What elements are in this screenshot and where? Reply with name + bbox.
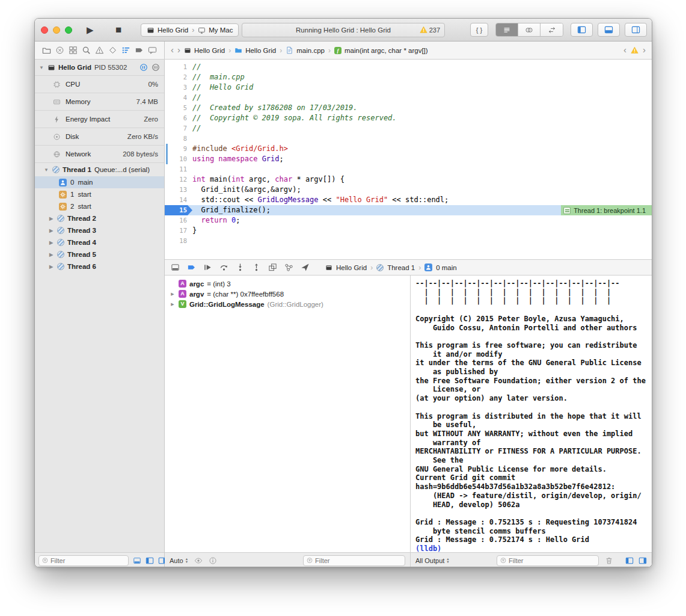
report-navigator-icon[interactable] [148,46,157,55]
variable-row[interactable]: ▶ A argv = (char **) 0x7ffeefbff568 [165,289,410,299]
issue-warning-icon[interactable] [631,46,639,54]
toggle-inspector-button[interactable] [625,23,647,37]
source-control-navigator-icon[interactable] [55,46,64,55]
thread-row[interactable]: ▶ Thread 4 [35,236,164,248]
disclosure-triangle-icon[interactable]: ▶ [48,264,54,270]
line-number-gutter[interactable]: 8 [165,134,192,144]
continue-icon[interactable] [203,263,212,272]
warning-badge[interactable]: 237 [420,26,440,34]
thread-row[interactable]: ▶ Thread 6 [35,260,164,273]
stack-frame-row[interactable]: 2 start [35,200,164,212]
queue-view-icon[interactable] [152,63,160,72]
assistant-editor-button[interactable] [518,23,541,36]
thread-row[interactable]: ▶ Thread 5 [35,248,164,260]
find-navigator-icon[interactable] [82,46,91,55]
project-navigator-icon[interactable] [42,46,51,55]
view-hierarchy-icon[interactable] [268,263,277,272]
jumpbar-crumb-group[interactable]: Hello Grid [234,46,276,54]
disclosure-triangle-icon[interactable]: ▶ [48,240,54,245]
close-button[interactable] [41,26,48,34]
console-output[interactable]: --|--|--|--|--|--|--|--|--|--|--|--|--|-… [411,276,652,552]
standard-editor-button[interactable] [496,23,518,36]
variables-view-toggle-icon[interactable] [625,556,634,565]
breakpoint-navigator-icon[interactable] [135,46,144,55]
hide-debug-area-icon[interactable] [171,263,180,272]
console-view-toggle-icon[interactable] [639,556,647,565]
pause-icon[interactable] [139,63,148,72]
previous-issue-button[interactable]: ‹ [623,45,626,54]
filter-input[interactable] [315,557,402,564]
disclosure-triangle-icon[interactable]: ▶ [170,292,176,297]
gauge-row-memory[interactable]: Memory 7.4 MB [35,93,164,111]
thread-row[interactable]: ▶ Thread 3 [35,224,164,236]
thread-row[interactable]: ▶ Thread 2 [35,212,164,224]
gauge-row-network[interactable]: Network 208 bytes/s [35,146,164,163]
line-number-gutter[interactable]: 14 [165,195,192,205]
variables-scope-popup[interactable]: Auto ▲▼ [170,557,188,564]
line-number-gutter[interactable]: 1 [165,62,192,72]
breakpoints-toggle-icon[interactable] [187,263,196,272]
jumpbar-crumb-file[interactable]: main.cpp [286,46,325,54]
breakpoint-annotation[interactable]: Thread 1: breakpoint 1.1 [561,205,652,215]
jumpbar-crumb-project[interactable]: Hello Grid [184,47,225,54]
view-by-thread-icon[interactable] [145,556,154,565]
toggle-navigator-button[interactable] [571,23,593,37]
toggle-debug-area-button[interactable] [598,23,620,37]
variables-filter-field[interactable] [303,555,405,566]
disclosure-triangle-icon[interactable]: ▼ [43,167,49,173]
line-number-gutter[interactable]: 2 [165,72,192,82]
debug-crumb-thread[interactable]: Thread 1 [387,264,415,271]
debug-crumb-frame[interactable]: 0 main [436,264,457,271]
symbol-navigator-icon[interactable] [69,46,78,55]
line-number-gutter[interactable]: 18 [165,236,192,246]
issue-navigator-icon[interactable] [95,46,104,55]
print-description-icon[interactable] [209,556,217,565]
gauge-row-disk[interactable]: Disk Zero KB/s [35,128,164,146]
scheme-selector[interactable]: Hello Grid › My Mac [141,23,239,37]
run-button[interactable]: ▶ [87,22,94,38]
console-filter-field[interactable] [497,555,599,566]
line-number-gutter[interactable]: 5 [165,103,192,113]
zoom-button[interactable] [65,26,72,34]
filter-input[interactable] [509,557,595,564]
disclosure-triangle-icon[interactable]: ▼ [38,65,44,70]
process-row[interactable]: ▼ Hello Grid PID 55302 [35,60,164,75]
line-number-gutter[interactable]: 4 [165,93,192,103]
memory-graph-icon[interactable] [284,263,293,272]
variable-row[interactable]: ▶ V Grid::GridLogMessage (Grid::GridLogg… [165,299,410,309]
test-navigator-icon[interactable] [108,46,117,55]
debug-crumb-process[interactable]: Hello Grid [336,264,367,271]
go-back-button[interactable]: ‹ [171,45,174,54]
line-number-gutter[interactable]: 7 [165,123,192,134]
line-number-gutter[interactable]: 16 [165,215,192,226]
line-number-gutter[interactable]: 6 [165,113,192,123]
filter-input[interactable] [51,557,125,564]
disclosure-triangle-icon[interactable]: ▶ [170,302,176,307]
gauge-row-cpu[interactable]: CPU 0% [35,76,164,93]
stack-frame-row[interactable]: 1 start [35,188,164,200]
next-issue-button[interactable]: › [643,45,646,54]
jumpbar-crumb-symbol[interactable]: f main(int argc, char * argv[]) [334,47,428,54]
console-scope-popup[interactable]: All Output ▲▼ [415,557,450,564]
variable-row[interactable]: A argc = (int) 3 [165,279,410,289]
navigator-filter-field[interactable] [38,555,129,566]
go-forward-button[interactable]: › [177,45,180,54]
breakpoint-marker[interactable]: 15 [165,205,192,215]
line-number-gutter[interactable]: 13 [165,185,192,195]
stack-frame-row-main[interactable]: 0 main [35,176,164,188]
version-editor-button[interactable] [541,23,563,36]
line-number-gutter[interactable]: 12 [165,174,192,185]
minimize-button[interactable] [53,26,60,34]
line-number-gutter[interactable]: 3 [165,82,192,93]
trash-icon[interactable] [605,556,613,565]
step-over-icon[interactable] [219,263,228,272]
disclosure-triangle-icon[interactable]: ▶ [48,252,54,257]
thread-1-row[interactable]: ▼ Thread 1 Queue:...d (serial) [35,163,164,176]
disclosure-triangle-icon[interactable]: ▶ [48,228,54,233]
line-number-gutter[interactable]: 17 [165,226,192,236]
gauge-row-energy[interactable]: Energy Impact Zero [35,111,164,128]
simulate-location-icon[interactable] [301,263,310,272]
step-out-icon[interactable] [252,263,261,272]
source-editor[interactable]: 1//2// main.cpp3// Hello Grid4//5// Crea… [165,60,652,259]
stop-button[interactable]: ■ [115,22,121,38]
